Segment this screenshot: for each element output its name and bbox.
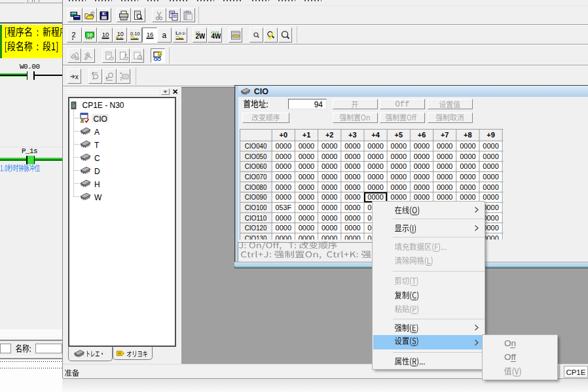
svg-text:0.10: 0.10 [130, 31, 140, 37]
svg-text:0000: 0000 [299, 162, 314, 170]
svg-text:+5: +5 [395, 131, 403, 139]
svg-text:0000: 0000 [367, 183, 383, 190]
svg-text:0000: 0000 [299, 173, 314, 181]
svg-text:0000: 0000 [299, 142, 314, 150]
svg-text:0000: 0000 [367, 162, 383, 170]
svg-text:+3: +3 [348, 131, 357, 139]
svg-text:0000: 0000 [322, 224, 337, 232]
svg-text:0000: 0000 [276, 173, 291, 181]
svg-text:0000: 0000 [322, 234, 337, 240]
svg-text:0000: 0000 [344, 183, 360, 190]
svg-text:CIO060: CIO060 [245, 162, 266, 170]
svg-text:CIO050: CIO050 [245, 152, 266, 160]
svg-text:0000: 0000 [460, 183, 475, 190]
svg-text:+0: +0 [280, 131, 288, 139]
svg-text:0000: 0000 [437, 152, 452, 160]
svg-text:2W: 2W [196, 33, 206, 40]
svg-text:0000: 0000 [344, 234, 360, 240]
svg-text:+1: +1 [303, 131, 311, 139]
svg-text:0000: 0000 [460, 152, 475, 160]
svg-text:0000: 0000 [276, 213, 291, 221]
svg-text:0000: 0000 [367, 152, 383, 160]
svg-text:0000: 0000 [437, 193, 452, 201]
svg-text:0000: 0000 [460, 173, 475, 181]
svg-text:0000: 0000 [367, 193, 383, 201]
svg-text:0000: 0000 [414, 142, 430, 150]
svg-text:0000: 0000 [483, 142, 498, 150]
svg-text:+7: +7 [441, 131, 449, 139]
svg-text:0000: 0000 [276, 183, 291, 190]
svg-text:CIO120: CIO120 [245, 224, 266, 232]
svg-text:+8: +8 [464, 131, 472, 139]
svg-text:0000: 0000 [391, 183, 407, 190]
svg-text:0000: 0000 [299, 183, 314, 190]
svg-text:CIO130: CIO130 [245, 234, 266, 240]
svg-text:0000: 0000 [299, 213, 314, 221]
svg-text:0000: 0000 [391, 142, 407, 150]
svg-text:0000: 0000 [483, 173, 498, 181]
svg-text:0000: 0000 [276, 142, 291, 150]
svg-text:0000: 0000 [299, 234, 314, 240]
svg-text:0000: 0000 [299, 224, 314, 232]
svg-text:10: 10 [102, 31, 109, 38]
svg-text:0000: 0000 [437, 173, 452, 181]
svg-text:2: 2 [71, 31, 75, 39]
svg-text:0000: 0000 [276, 224, 291, 232]
svg-text:0000: 0000 [276, 193, 291, 201]
svg-text:0000: 0000 [460, 193, 475, 201]
svg-text:0000: 0000 [322, 162, 337, 170]
svg-text:0000: 0000 [344, 204, 360, 211]
svg-text:0000: 0000 [483, 162, 498, 170]
svg-text:0000: 0000 [276, 234, 291, 240]
svg-text:053F: 053F [276, 204, 291, 211]
svg-text:0000: 0000 [322, 213, 337, 221]
svg-text:a: a [162, 31, 167, 40]
svg-text:0000: 0000 [414, 173, 430, 181]
svg-text:10: 10 [117, 31, 124, 37]
svg-text:0000: 0000 [483, 183, 498, 190]
svg-text:x: x [75, 73, 79, 80]
svg-text:0000: 0000 [414, 152, 430, 160]
svg-text:0000: 0000 [344, 152, 360, 160]
svg-text:CIO080: CIO080 [245, 183, 266, 190]
svg-text:0-10: 0-10 [179, 31, 185, 35]
svg-text:0000: 0000 [344, 213, 360, 221]
svg-text:0000: 0000 [276, 162, 291, 170]
svg-text:0000: 0000 [460, 162, 475, 170]
svg-text:CIO110: CIO110 [245, 213, 266, 221]
svg-text:0000: 0000 [483, 152, 498, 160]
svg-text:10: 10 [87, 32, 92, 38]
svg-text:0000: 0000 [414, 183, 430, 190]
svg-text:0000: 0000 [276, 152, 291, 160]
svg-text:0000: 0000 [437, 142, 452, 150]
svg-text:0000: 0000 [391, 152, 407, 160]
svg-text:0000: 0000 [437, 183, 452, 190]
svg-text:0000: 0000 [322, 183, 337, 190]
svg-text:0000: 0000 [414, 193, 430, 201]
svg-text:0000: 0000 [322, 173, 337, 181]
svg-text:0000: 0000 [391, 173, 407, 181]
svg-text:0000: 0000 [299, 204, 314, 211]
svg-text:+4: +4 [371, 131, 380, 139]
svg-text:0000: 0000 [344, 224, 360, 232]
svg-text:0000: 0000 [344, 162, 360, 170]
svg-text:0000: 0000 [391, 193, 407, 201]
svg-text:0000: 0000 [391, 162, 407, 170]
svg-text:CIO040: CIO040 [245, 142, 266, 150]
svg-text:0000: 0000 [322, 152, 337, 160]
svg-text:0000: 0000 [322, 193, 337, 201]
svg-text:+9: +9 [487, 131, 495, 139]
svg-text:CIO070: CIO070 [245, 173, 266, 181]
svg-text:0000: 0000 [344, 193, 360, 201]
svg-text:0000: 0000 [460, 142, 475, 150]
svg-text:0000: 0000 [299, 152, 314, 160]
svg-text:0000: 0000 [299, 193, 314, 201]
svg-text:0000: 0000 [344, 142, 360, 150]
svg-text:0000: 0000 [344, 173, 360, 181]
svg-text:0000: 0000 [483, 193, 498, 201]
svg-text:0000: 0000 [322, 142, 337, 150]
svg-text:0000: 0000 [414, 162, 430, 170]
svg-text:+6: +6 [418, 131, 426, 139]
svg-text:4W: 4W [211, 33, 221, 40]
svg-text:0000: 0000 [367, 173, 383, 181]
